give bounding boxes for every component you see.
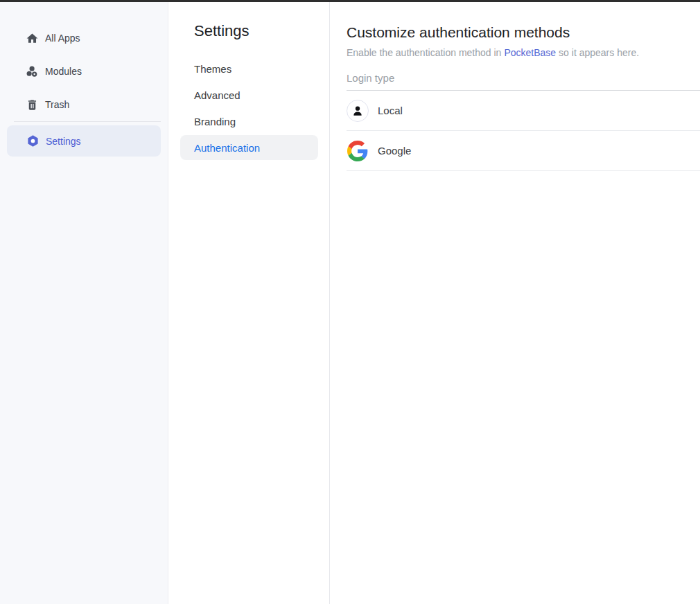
settings-panel-title: Settings [194, 22, 329, 40]
page-subtitle: Enable the authentication method inPocke… [347, 46, 700, 60]
sidebar-item-label: Settings [46, 136, 81, 147]
login-type-section-label: Login type [347, 72, 700, 91]
sidebar-nav: All Apps Modules [0, 21, 168, 157]
main-sidebar: All Apps Modules [0, 2, 168, 604]
modules-icon [26, 65, 39, 78]
login-type-row-google[interactable]: Google [347, 131, 700, 171]
settings-subnav: Themes Advanced Branding Authentication [168, 56, 329, 160]
subtitle-text: Enable the authentication method in [347, 47, 501, 58]
login-type-label: Local [378, 105, 403, 116]
subtitle-text: so it appears here. [559, 47, 639, 58]
sidebar-item-all-apps[interactable]: All Apps [0, 21, 168, 55]
authentication-settings-content: Customize authentication methods Enable … [330, 2, 700, 604]
home-icon [26, 32, 39, 45]
sidebar-item-label: Modules [45, 66, 82, 77]
trash-icon [26, 98, 39, 112]
settings-hexagon-icon [26, 134, 40, 148]
pocketbase-link[interactable]: PocketBase [504, 47, 556, 58]
person-icon [347, 100, 369, 122]
sidebar-item-trash[interactable]: Trash [0, 88, 168, 121]
sidebar-item-modules[interactable]: Modules [0, 55, 168, 88]
sidebar-item-settings[interactable]: Settings [7, 125, 161, 157]
tab-themes[interactable]: Themes [180, 56, 318, 81]
sidebar-divider [14, 121, 161, 122]
tab-branding[interactable]: Branding [180, 109, 318, 134]
login-type-label: Google [378, 145, 411, 157]
google-logo-icon [347, 140, 369, 162]
settings-subnav-panel: Settings Themes Advanced Branding Authen… [168, 2, 330, 604]
page-title: Customize authentication methods [347, 24, 700, 41]
app-root: All Apps Modules [0, 2, 700, 604]
sidebar-item-label: Trash [45, 99, 69, 110]
login-type-row-local[interactable]: Local [347, 91, 700, 131]
tab-advanced[interactable]: Advanced [180, 82, 318, 107]
tab-authentication[interactable]: Authentication [180, 135, 318, 160]
sidebar-item-label: All Apps [45, 33, 80, 44]
